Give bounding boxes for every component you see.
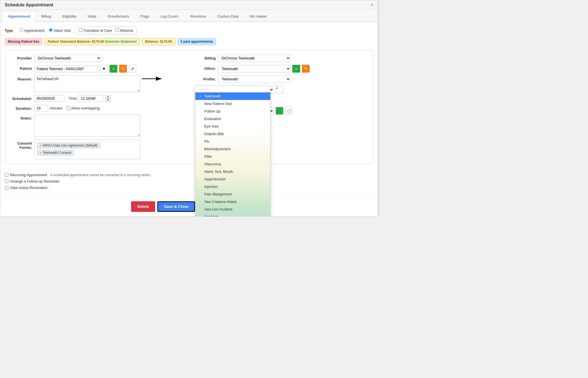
- scheduled-content: Time ▲ ▼: [34, 95, 184, 102]
- type-video-input[interactable]: [49, 28, 53, 32]
- scheduled-row: Scheduled: Time ▲ ▼: [10, 95, 184, 102]
- status-swatch: [276, 107, 283, 115]
- recurring-note: A scheduled appointment cannot be conver…: [50, 173, 151, 177]
- recurring-checkbox[interactable]: [5, 173, 8, 177]
- type-referral-input[interactable]: [115, 28, 119, 32]
- tab-log-comm[interactable]: Log Comm.: [155, 11, 184, 21]
- status-clock-btn[interactable]: 🕐: [285, 107, 293, 115]
- dropdown-item-16[interactable]: SickVisit: [195, 213, 270, 217]
- profile-select[interactable]: Telehealth: [218, 75, 291, 83]
- reminders-checkbox[interactable]: [5, 186, 8, 190]
- follow-up-checkbox[interactable]: [5, 180, 8, 183]
- allow-overlapping-input[interactable]: [67, 106, 70, 110]
- tab-eligibility[interactable]: Eligibility: [57, 11, 82, 21]
- patient-label: Patient: [10, 65, 32, 71]
- recurring-row: Recurring Appointment A scheduled appoin…: [5, 173, 373, 177]
- follow-up-row: Arrange a Follow-up Reminder: [5, 179, 373, 183]
- dropdown-item-11[interactable]: Hypertension: [195, 175, 270, 183]
- dropdown-item-15[interactable]: Sea Lion Incident: [195, 205, 270, 213]
- dropdown-item-14[interactable]: Sea Creature Attack: [195, 198, 270, 205]
- dropdown-item-2[interactable]: Follow Up: [195, 107, 270, 115]
- type-transition-input[interactable]: [79, 28, 82, 32]
- tab-bar: Appointment Billing Eligibility Vitals G…: [0, 10, 378, 22]
- tab-mu-helper[interactable]: MU Helper: [245, 11, 272, 21]
- patient-input[interactable]: [34, 65, 98, 72]
- tab-flags[interactable]: Flags: [135, 11, 155, 21]
- patient-add-btn[interactable]: +: [110, 65, 117, 73]
- consent-remove-1[interactable]: ×: [40, 151, 41, 154]
- tab-appointment[interactable]: Appointment: [3, 11, 35, 22]
- type-appointment-radio[interactable]: Appointment: [20, 28, 44, 33]
- consent-remove-0[interactable]: ×: [40, 144, 41, 147]
- dropdown-label-3: Evaluation: [204, 117, 221, 121]
- scheduled-time-input[interactable]: [78, 95, 103, 102]
- allow-overlapping-checkbox[interactable]: Allow overlapping: [67, 106, 100, 110]
- notes-label: Notes:: [10, 114, 32, 120]
- dropdown-item-12[interactable]: Injection: [195, 183, 270, 190]
- dropdown-item-1[interactable]: New Patient Visit: [195, 100, 270, 107]
- time-down-btn[interactable]: ▼: [105, 99, 111, 102]
- dropdown-item-5[interactable]: Dolphin Bite: [195, 130, 270, 138]
- dropdown-item-0[interactable]: ✓ Telehealth: [195, 92, 270, 100]
- tab-custom-data[interactable]: Custom Data: [212, 11, 244, 21]
- action-buttons: Delete Save & Close Save Cancel: [0, 197, 378, 216]
- generate-statement-link[interactable]: Generate Statement: [105, 40, 137, 44]
- balance-amount: $170.00: [92, 40, 104, 44]
- profile-row: Profile: Telehealth: [193, 75, 368, 83]
- notes-row: Notes:: [10, 114, 184, 137]
- dropdown-item-3[interactable]: Evaluation: [195, 115, 270, 123]
- dropdown-label-11: Hypertension: [204, 177, 226, 181]
- duration-label: Duration:: [10, 105, 32, 111]
- consent-form-name-1: Telehealth Consent: [42, 151, 71, 155]
- scheduled-date-input[interactable]: [34, 95, 65, 102]
- recurring-checkbox-label[interactable]: Recurring Appointment: [5, 173, 47, 177]
- delete-button[interactable]: Delete: [131, 201, 155, 212]
- dropdown-item-6[interactable]: Flu: [195, 138, 270, 145]
- close-button[interactable]: ×: [371, 3, 373, 8]
- patient-edit-btn[interactable]: ✎: [119, 65, 127, 73]
- type-transition-checkbox[interactable]: Transition of Care: [79, 28, 112, 33]
- provider-select[interactable]: DrChrono Telehealth: [34, 54, 101, 62]
- patient-expand-btn[interactable]: ▼: [100, 65, 108, 73]
- consent-content: × HIPAA Data Use Agreement (default) × T…: [34, 140, 184, 159]
- office-select[interactable]: Telehealth: [218, 65, 291, 73]
- duration-input[interactable]: [34, 105, 48, 112]
- office-add-btn[interactable]: +: [292, 65, 300, 73]
- tab-billing[interactable]: Billing: [36, 11, 56, 21]
- duration-units: minutes: [50, 106, 63, 110]
- type-options-box: Transition of Care Referral: [75, 26, 137, 35]
- reason-label: Reason:: [10, 75, 32, 81]
- office-edit-btn[interactable]: ✎: [302, 65, 310, 73]
- reminders-checkbox-label[interactable]: View Active Reminders:: [5, 186, 48, 190]
- dropdown-item-10[interactable]: Hand, foot, Mouth: [195, 168, 270, 175]
- recurring-label: Recurring Appointment: [10, 173, 47, 177]
- consent-form-name-0: HIPAA Data Use Agreement (default): [42, 143, 98, 147]
- dropdown-item-8[interactable]: Filler: [195, 153, 270, 160]
- type-appointment-label: Appointment: [24, 28, 44, 33]
- type-video-visit-radio[interactable]: Video Visit: [49, 28, 71, 33]
- patient-link-btn[interactable]: ⇗: [129, 65, 136, 73]
- provider-content: DrChrono Telehealth: [34, 54, 184, 62]
- type-referral-checkbox[interactable]: Referral: [115, 28, 133, 33]
- tab-growthcharts[interactable]: Growthcharts: [102, 11, 134, 21]
- type-appointment-input[interactable]: [20, 28, 23, 32]
- time-up-btn[interactable]: ▲: [105, 95, 111, 99]
- past-appointments-badge[interactable]: 3 past appointments: [177, 38, 216, 45]
- dropdown-label-16: SickVisit: [204, 215, 218, 217]
- type-video-label: Video Visit: [54, 28, 71, 33]
- dropdown-item-13[interactable]: Pain Mangement: [195, 190, 270, 198]
- save-close-button[interactable]: Save & Close: [157, 201, 195, 212]
- dropdown-item-7[interactable]: BackAdjustment: [195, 145, 270, 153]
- dropdown-item-9[interactable]: Glaucoma: [195, 160, 270, 168]
- follow-up-checkbox-label[interactable]: Arrange a Follow-up Reminder: [5, 179, 60, 183]
- notes-textarea[interactable]: [34, 114, 140, 137]
- tab-revisions[interactable]: Revisions: [185, 11, 211, 21]
- tab-vitals[interactable]: Vitals: [82, 11, 102, 21]
- duration-content: minutes Allow overlapping: [34, 105, 184, 112]
- reason-textarea[interactable]: Telehealth: [34, 75, 140, 92]
- billing-select[interactable]: DrChrono Telehealth: [218, 54, 291, 62]
- notes-content: [34, 114, 184, 137]
- consent-tag-1: × Telehealth Consent: [37, 150, 74, 155]
- dropdown-label-5: Dolphin Bite: [204, 132, 224, 136]
- dropdown-item-4[interactable]: Eye Visit: [195, 123, 270, 130]
